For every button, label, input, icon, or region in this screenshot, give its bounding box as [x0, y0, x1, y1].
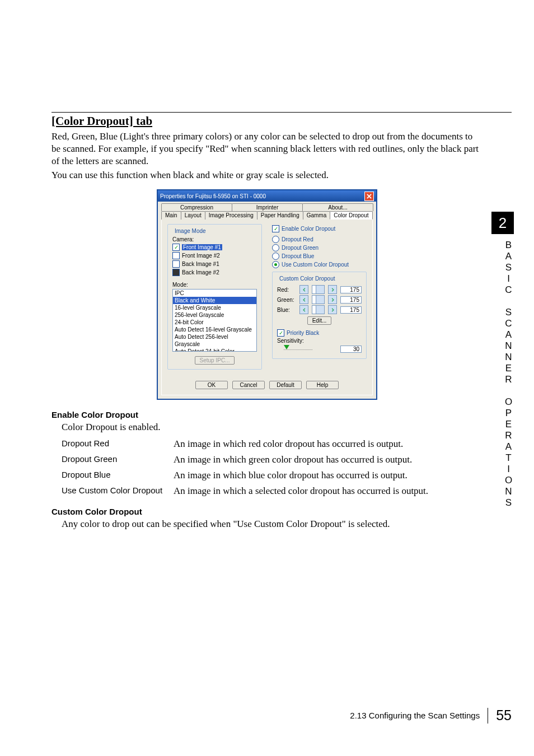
properties-dialog: Properties for Fujitsu fi-5950 on STI - …	[157, 189, 377, 400]
dropout-red-label: Dropout Red	[282, 236, 313, 242]
ok-button[interactable]: OK	[195, 381, 228, 389]
sensitivity-label: Sensitivity:	[277, 338, 362, 344]
close-icon[interactable]	[364, 192, 374, 201]
side-chapter-title: BASIC SCANNER OPERATIONS	[491, 240, 514, 508]
camera-back1-label: Back Image #1	[182, 261, 219, 267]
custom-color-dropout-heading: Custom Color Dropout	[51, 507, 483, 516]
camera-front2-checkbox[interactable]	[172, 252, 180, 259]
green-increment[interactable]	[328, 295, 337, 304]
tab-image-processing[interactable]: Image Processing	[205, 211, 257, 220]
image-mode-group: Image Mode Camera: Front Image #1 Front …	[167, 224, 262, 370]
section-heading: [Color Dropout] tab	[51, 114, 483, 128]
camera-back1-checkbox[interactable]	[172, 260, 180, 268]
dropout-blue-radio[interactable]	[272, 253, 279, 260]
green-slider[interactable]	[312, 295, 325, 304]
mode-label: Mode:	[172, 282, 257, 288]
tab-about[interactable]: About...	[302, 203, 373, 211]
red-slider[interactable]	[312, 285, 325, 294]
edit-button[interactable]: Edit...	[307, 316, 332, 325]
footer-separator	[488, 708, 488, 724]
tab-gamma[interactable]: Gamma	[303, 211, 331, 220]
camera-label: Camera:	[172, 236, 257, 242]
use-custom-label: Use Custom Color Dropout	[282, 262, 349, 268]
tab-imprinter[interactable]: Imprinter	[232, 203, 303, 211]
intro-paragraph-1: Red, Green, Blue (Light's three primary …	[51, 130, 483, 167]
enable-color-dropout-checkbox[interactable]	[272, 225, 279, 232]
green-decrement[interactable]	[299, 295, 308, 304]
sensitivity-value[interactable]: 30	[340, 346, 362, 353]
dialog-title: Properties for Fujitsu fi-5950 on STI - …	[160, 193, 266, 199]
tab-compression[interactable]: Compression	[161, 203, 232, 211]
red-label: Red:	[277, 287, 296, 293]
custom-color-dropout-text: Any color to drop out can be specified w…	[62, 519, 483, 530]
priority-black-label: Priority Black	[287, 330, 319, 336]
dialog-titlebar: Properties for Fujitsu fi-5950 on STI - …	[158, 190, 376, 202]
sensitivity-slider[interactable]	[277, 345, 337, 354]
chapter-number-tab: 2	[491, 212, 514, 234]
red-decrement[interactable]	[299, 285, 308, 294]
tab-layout[interactable]: Layout	[181, 211, 205, 220]
tab-main[interactable]: Main	[161, 211, 181, 220]
footer-page-number: 55	[496, 707, 512, 724]
enable-color-dropout-label: Enable Color Dropout	[282, 226, 335, 232]
tab-paper-handling[interactable]: Paper Handling	[257, 211, 303, 220]
image-mode-legend: Image Mode	[174, 228, 207, 234]
camera-front2-label: Front Image #2	[182, 253, 220, 259]
red-increment[interactable]	[328, 285, 337, 294]
dropout-green-label: Dropout Green	[282, 245, 318, 251]
blue-label: Blue:	[277, 307, 296, 313]
camera-back2-label: Back Image #2	[182, 269, 219, 276]
help-button[interactable]: Help	[306, 381, 339, 389]
dropout-options-table: Dropout RedAn image in which red color d…	[62, 436, 428, 499]
use-custom-radio[interactable]	[272, 261, 279, 268]
blue-decrement[interactable]	[299, 305, 308, 314]
footer-section: 2.13 Configuring the Scan Settings	[350, 711, 480, 720]
priority-black-checkbox[interactable]	[277, 329, 284, 337]
green-label: Green:	[277, 297, 296, 303]
camera-front1-label: Front Image #1	[182, 244, 222, 250]
red-value[interactable]: 175	[340, 286, 362, 293]
blue-slider[interactable]	[312, 305, 325, 314]
enable-color-dropout-heading: Enable Color Dropout	[51, 410, 483, 419]
camera-front1-checkbox[interactable]	[172, 244, 180, 251]
camera-back2-checkbox[interactable]	[172, 269, 180, 276]
blue-increment[interactable]	[328, 305, 337, 314]
cancel-button[interactable]: Cancel	[232, 381, 265, 389]
intro-paragraph-2: You can use this function when black and…	[51, 169, 483, 181]
blue-value[interactable]: 175	[340, 306, 362, 314]
green-value[interactable]: 175	[340, 296, 362, 304]
dropout-blue-label: Dropout Blue	[282, 253, 314, 259]
setup-ipc-button[interactable]: Setup IPC...	[195, 356, 235, 365]
tab-color-dropout[interactable]: Color Dropout	[330, 211, 372, 220]
dropout-red-radio[interactable]	[272, 236, 279, 243]
mode-listbox[interactable]: IPC Black and White 16-level Grayscale 2…	[172, 289, 257, 352]
custom-color-dropout-group: Custom Color Dropout Red: 175 Green:	[272, 272, 367, 359]
dropout-green-radio[interactable]	[272, 244, 279, 251]
custom-color-dropout-legend: Custom Color Dropout	[278, 276, 336, 282]
default-button[interactable]: Default	[269, 381, 302, 389]
enable-color-dropout-text: Color Dropout is enabled.	[62, 422, 483, 433]
